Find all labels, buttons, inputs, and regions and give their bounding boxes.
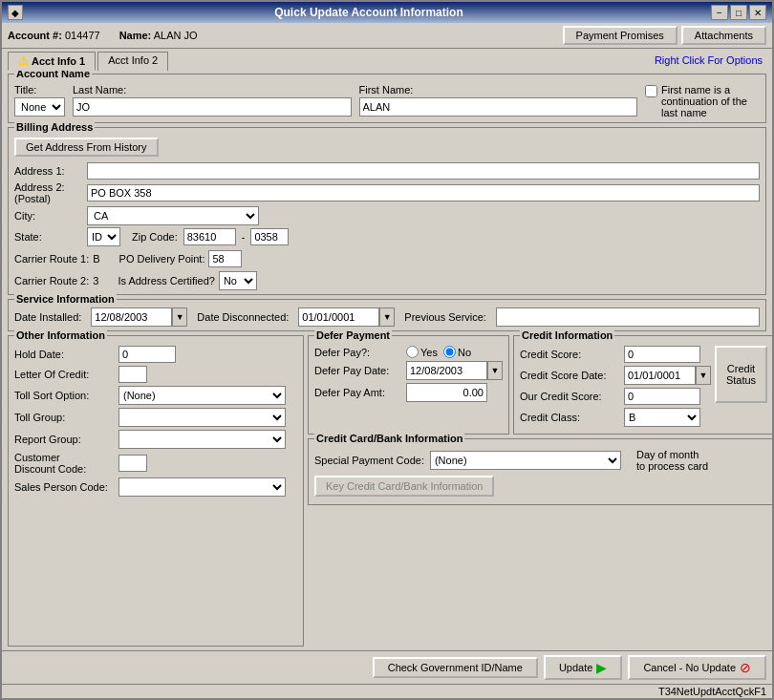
toll-group-label: Toll Group: — [14, 412, 115, 423]
zip-dash: - — [242, 231, 246, 243]
disconnected-date-input[interactable] — [298, 308, 379, 327]
check-gov-button[interactable]: Check Government ID/Name — [373, 657, 538, 678]
credit-status-button[interactable]: Credit Status — [715, 346, 767, 403]
credit-card-section: Credit Card/Bank Information Special Pay… — [308, 438, 772, 505]
disconnected-date-arrow[interactable]: ▼ — [379, 308, 395, 327]
carrier2-label: Carrier Route 2: — [14, 275, 89, 286]
sales-select[interactable] — [118, 477, 286, 497]
address2-input[interactable] — [87, 184, 760, 202]
defer-no-label[interactable]: No — [443, 346, 471, 358]
first-name-input[interactable] — [359, 97, 638, 117]
defer-no-radio[interactable] — [443, 346, 456, 358]
defer-payment-section: Defer Payment Defer Pay?: Yes No — [308, 335, 509, 435]
credit-fields: Credit Score: Credit Score Date: ▼ — [520, 346, 711, 430]
credit-score-input[interactable] — [624, 346, 700, 363]
letter-credit-input[interactable] — [118, 366, 147, 383]
letter-credit-label: Letter Of Credit: — [14, 369, 115, 380]
report-group-select[interactable] — [118, 430, 286, 449]
title-buttons: − □ ✕ — [711, 5, 766, 20]
installed-label: Date Installed: — [14, 311, 81, 323]
carrier-row: Carrier Route 1: B PO Delivery Point: — [14, 250, 760, 267]
tab-acct-info-2[interactable]: Acct Info 2 — [97, 52, 168, 71]
last-name-input[interactable] — [73, 97, 352, 117]
defer-label: Defer Payment — [314, 329, 392, 341]
carrier2-item: Carrier Route 2: 3 — [14, 275, 98, 286]
credit-status-text2: Status — [726, 374, 756, 386]
tab-acct-info-1[interactable]: ⚠ Acct Info 1 — [8, 52, 96, 71]
address1-label: Address 1: — [14, 165, 81, 177]
prev-service-input[interactable] — [496, 308, 760, 327]
credit-date-group: ▼ — [624, 366, 711, 385]
service-section: Service Information Date Installed: ▼ Da… — [8, 299, 766, 331]
title-select[interactable]: None Mr. Mrs. Ms. — [14, 97, 65, 117]
status-text: T34NetUpdtAcctQckF1 — [658, 686, 766, 697]
credit-score-label: Credit Score: — [520, 349, 620, 360]
credit-info-section: Credit Information Credit Score: Credit … — [513, 335, 772, 435]
sales-row: Sales Person Code: — [14, 477, 297, 497]
title-bar: ◆ Quick Update Account Information − □ ✕ — [2, 2, 772, 23]
zip-code-label: Zip Code: — [132, 231, 178, 243]
installed-date-input[interactable] — [91, 308, 172, 327]
bottom-buttons: Check Government ID/Name Update ▶ Cancel… — [2, 650, 772, 684]
credit-date-arrow[interactable]: ▼ — [696, 366, 711, 385]
discount-input[interactable] — [118, 455, 147, 472]
credit-class-select[interactable]: B A C — [624, 408, 700, 427]
update-button[interactable]: Update ▶ — [544, 655, 622, 680]
state-select[interactable]: ID — [87, 227, 120, 246]
defer-yes-label[interactable]: Yes — [406, 346, 438, 358]
cancel-button[interactable]: Cancel - No Update ⊘ — [628, 655, 766, 680]
key-credit-button[interactable]: Key Credit Card/Bank Information — [314, 476, 494, 497]
account-info: Account #: 014477 Name: ALAN JO — [8, 30, 563, 41]
account-name-label: Account Name — [14, 70, 92, 79]
billing-address-section: Billing Address Get Address From History… — [8, 127, 766, 295]
toll-sort-select[interactable]: (None) — [118, 386, 286, 405]
maximize-button[interactable]: □ — [730, 5, 747, 20]
address2-row: Address 2: (Postal) — [14, 181, 760, 204]
attachments-button[interactable]: Attachments — [681, 26, 766, 45]
defer-date-input[interactable] — [406, 361, 487, 380]
installed-date-group: ▼ — [91, 308, 187, 327]
disconnected-date-group: ▼ — [298, 308, 395, 327]
warning-icon: ⚠ — [18, 54, 29, 68]
bottom-row: Other Information Hold Date: Letter Of C… — [8, 335, 766, 647]
hold-date-input[interactable] — [118, 346, 176, 363]
credit-score-row: Credit Score: — [520, 346, 711, 363]
city-label: City: — [14, 210, 81, 222]
our-credit-score-input[interactable] — [624, 388, 700, 405]
installed-date-arrow[interactable]: ▼ — [172, 308, 187, 327]
defer-amt-label: Defer Pay Amt: — [314, 387, 400, 398]
zip-ext-input[interactable] — [250, 228, 289, 245]
defer-pay-label: Defer Pay?: — [314, 347, 400, 358]
toll-group-select[interactable] — [118, 408, 286, 427]
hold-date-label: Hold Date: — [14, 349, 115, 360]
day-of-month-text: Day of month to process card — [636, 449, 708, 472]
defer-amt-input[interactable] — [406, 383, 487, 402]
right-click-options-link[interactable]: Right Click For Options — [655, 54, 763, 66]
defer-date-arrow[interactable]: ▼ — [487, 361, 503, 380]
get-address-button[interactable]: Get Address From History — [14, 138, 159, 157]
continuation-checkbox[interactable] — [645, 85, 657, 97]
account-number-label: Account #: 014477 — [8, 30, 100, 41]
credit-status-text: Credit — [727, 363, 755, 374]
po-input[interactable] — [208, 250, 242, 267]
continuation-check: First name is a continuation of the last… — [645, 84, 760, 118]
account-number: 014477 — [65, 30, 100, 41]
minimize-button[interactable]: − — [711, 5, 728, 20]
city-select[interactable]: CA — [87, 206, 259, 225]
close-button[interactable]: ✕ — [749, 5, 766, 20]
disconnected-label: Date Disconnected: — [197, 311, 289, 323]
certified-select[interactable]: No Yes — [219, 271, 257, 290]
state-zip-row: State: ID Zip Code: - — [14, 227, 760, 246]
payment-promises-button[interactable]: Payment Promises — [563, 26, 677, 45]
carrier1-item: Carrier Route 1: B — [14, 253, 100, 265]
defer-pay-row: Defer Pay?: Yes No — [314, 346, 503, 358]
defer-yes-radio[interactable] — [406, 346, 419, 358]
address1-row: Address 1: — [14, 162, 760, 180]
special-payment-select[interactable]: (None) — [430, 451, 621, 470]
credit-date-input[interactable] — [624, 366, 696, 385]
window-title: Quick Update Account Information — [27, 6, 711, 19]
address1-input[interactable] — [87, 162, 760, 180]
zip-input[interactable] — [183, 228, 236, 245]
tab-group: ⚠ Acct Info 1 Acct Info 2 — [8, 51, 168, 70]
service-label: Service Information — [14, 293, 117, 305]
